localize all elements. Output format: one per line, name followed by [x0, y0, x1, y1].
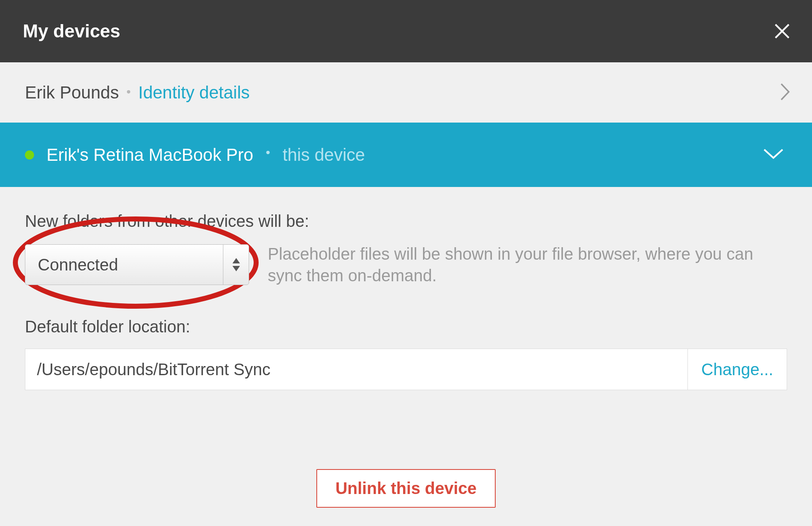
sync-mode-row: Connected Placeholder files will be show…	[25, 243, 787, 286]
new-folders-label: New folders from other devices will be:	[25, 212, 787, 231]
identity-row[interactable]: Erik Pounds • Identity details	[0, 62, 812, 123]
stepper-arrows-icon	[223, 245, 249, 285]
chevron-down-icon	[762, 147, 785, 163]
dot-separator-icon: •	[126, 85, 131, 99]
sync-mode-select[interactable]: Connected	[25, 244, 249, 285]
identity-left: Erik Pounds • Identity details	[25, 83, 249, 103]
chevron-right-icon	[779, 81, 791, 104]
unlink-device-button[interactable]: Unlink this device	[316, 469, 496, 508]
this-device-label: this device	[283, 145, 365, 165]
device-bar[interactable]: Erik's Retina MacBook Pro • this device	[0, 123, 812, 187]
sync-mode-description: Placeholder files will be shown in your …	[268, 243, 787, 286]
my-devices-panel: My devices Erik Pounds • Identity detail…	[0, 0, 812, 526]
default-location-field[interactable]: /Users/epounds/BitTorrent Sync	[25, 349, 687, 390]
status-dot-icon	[25, 150, 34, 160]
change-location-button[interactable]: Change...	[687, 349, 787, 390]
identity-details-link[interactable]: Identity details	[138, 83, 250, 103]
panel-title: My devices	[23, 21, 120, 42]
dot-separator-icon: •	[266, 145, 270, 160]
unlink-wrap: Unlink this device	[25, 469, 787, 508]
device-left: Erik's Retina MacBook Pro • this device	[25, 145, 365, 165]
panel-header: My devices	[0, 0, 812, 62]
sync-mode-value: Connected	[25, 256, 223, 274]
close-icon[interactable]	[773, 22, 791, 40]
default-location-row: /Users/epounds/BitTorrent Sync Change...	[25, 349, 787, 390]
identity-name: Erik Pounds	[25, 83, 119, 103]
device-settings: New folders from other devices will be: …	[0, 187, 812, 526]
default-location-label: Default folder location:	[25, 317, 787, 336]
device-name: Erik's Retina MacBook Pro	[46, 145, 253, 165]
